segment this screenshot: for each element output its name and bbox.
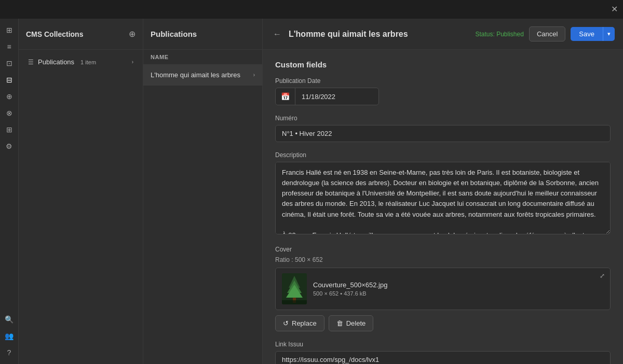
publication-date-input[interactable]: 📅 11/18/2022	[275, 88, 379, 105]
cover-ratio: Ratio : 500 × 652	[275, 256, 611, 263]
numero-label: Numéro	[275, 115, 611, 122]
cms-header: CMS Collections ⊕	[19, 19, 143, 50]
cms-panel-title: CMS Collections	[26, 30, 83, 38]
svg-rect-5	[282, 300, 307, 304]
save-dropdown-button[interactable]: ▾	[603, 27, 615, 41]
numero-input[interactable]	[275, 125, 611, 142]
link-issuu-input[interactable]	[275, 351, 611, 364]
publications-title: Publications	[151, 30, 197, 38]
save-button[interactable]: Save	[571, 27, 603, 41]
cover-field: Cover Ratio : 500 × 652	[275, 246, 611, 331]
settings-icon[interactable]: ⚙	[2, 139, 17, 153]
file-actions: ↺ Replace 🗑 Delete	[275, 315, 611, 331]
cover-image	[282, 273, 307, 304]
publications-column-header: Name	[143, 50, 262, 65]
members-icon[interactable]: 👥	[2, 329, 17, 343]
cms-icon[interactable]: ⊟	[2, 73, 17, 87]
home-icon[interactable]: ⊞	[2, 23, 17, 37]
collections-icon: ☰	[28, 59, 34, 66]
cover-filename: Couverture_500×652.jpg	[313, 281, 604, 289]
cover-info: Couverture_500×652.jpg 500 × 652 • 437.6…	[313, 281, 604, 297]
apps-icon[interactable]: ⊞	[2, 122, 17, 137]
delete-icon: 🗑	[336, 319, 343, 327]
media-icon[interactable]: ⊗	[2, 106, 17, 120]
layers-icon[interactable]: ≡	[2, 39, 17, 54]
cover-thumbnail	[282, 273, 307, 304]
status-label: Status: Published	[475, 31, 523, 38]
detail-title: L'homme qui aimait les arbres	[289, 30, 408, 39]
delete-label: Delete	[346, 319, 366, 327]
replace-label: Replace	[292, 319, 317, 327]
icon-sidebar: ⊞ ≡ ⊡ ⊟ ⊕ ⊗ ⊞ ⚙ 🔍 👥 ?	[0, 19, 19, 364]
detail-panel: ← L'homme qui aimait les arbres Status: …	[263, 19, 623, 364]
cms-add-button[interactable]: ⊕	[129, 29, 136, 39]
topbar: ✕	[0, 0, 623, 19]
cover-meta: 500 × 652 • 437.6 kB	[313, 290, 604, 297]
publication-date-field: Publication Date 📅 11/18/2022	[275, 77, 611, 105]
cover-label: Cover	[275, 246, 611, 253]
cover-preview: Couverture_500×652.jpg 500 × 652 • 437.6…	[275, 268, 611, 310]
save-button-group: Save ▾	[571, 27, 615, 41]
publication-item-name: L'homme qui aimait les arbres	[151, 71, 240, 79]
detail-header: ← L'homme qui aimait les arbres Status: …	[263, 19, 623, 50]
replace-icon: ↺	[283, 319, 289, 327]
cms-item-chevron: ›	[132, 59, 133, 65]
publication-item-chevron: ›	[253, 72, 255, 78]
cms-list: ☰ Publications 1 item ›	[19, 50, 143, 74]
calendar-icon: 📅	[276, 88, 295, 105]
cms-panel: CMS Collections ⊕ ☰ Publications 1 item …	[19, 19, 143, 364]
close-button[interactable]: ✕	[611, 5, 618, 13]
cover-dimensions: 500 × 652	[313, 290, 338, 297]
description-textarea[interactable]	[275, 162, 611, 234]
cover-external-link[interactable]: ⤢	[600, 272, 605, 279]
description-field: Description	[275, 151, 611, 236]
custom-fields-title: Custom fields	[275, 60, 611, 69]
status-value: Published	[496, 31, 524, 38]
link-issuu-field: Link Issuu	[275, 341, 611, 364]
cover-filesize: 437.6 kB	[344, 290, 366, 297]
publication-date-label: Publication Date	[275, 77, 611, 85]
link-issuu-label: Link Issuu	[275, 341, 611, 348]
numero-field: Numéro	[275, 115, 611, 142]
publication-item[interactable]: L'homme qui aimait les arbres ›	[143, 65, 262, 86]
cms-list-item-publications[interactable]: ☰ Publications 1 item ›	[23, 54, 139, 70]
publications-panel: Publications Name L'homme qui aimait les…	[143, 19, 263, 364]
cancel-button[interactable]: Cancel	[529, 26, 565, 41]
search-icon[interactable]: 🔍	[2, 312, 17, 327]
cms-item-label: Publications	[38, 58, 74, 66]
publications-header: Publications	[143, 19, 262, 50]
delete-button[interactable]: 🗑 Delete	[329, 315, 374, 331]
back-button[interactable]: ←	[271, 27, 283, 41]
help-icon[interactable]: ?	[2, 345, 17, 360]
detail-content: Custom fields Publication Date 📅 11/18/2…	[263, 50, 623, 364]
publications-list: L'homme qui aimait les arbres ›	[143, 65, 262, 364]
publication-date-value: 11/18/2022	[295, 89, 342, 105]
replace-button[interactable]: ↺ Replace	[275, 315, 324, 331]
description-label: Description	[275, 151, 611, 159]
cms-item-badge: 1 item	[80, 59, 96, 65]
ecommerce-icon[interactable]: ⊕	[2, 89, 17, 104]
pages-icon[interactable]: ⊡	[2, 56, 17, 71]
main-layout: ⊞ ≡ ⊡ ⊟ ⊕ ⊗ ⊞ ⚙ 🔍 👥 ? CMS Collections ⊕ …	[0, 19, 623, 364]
